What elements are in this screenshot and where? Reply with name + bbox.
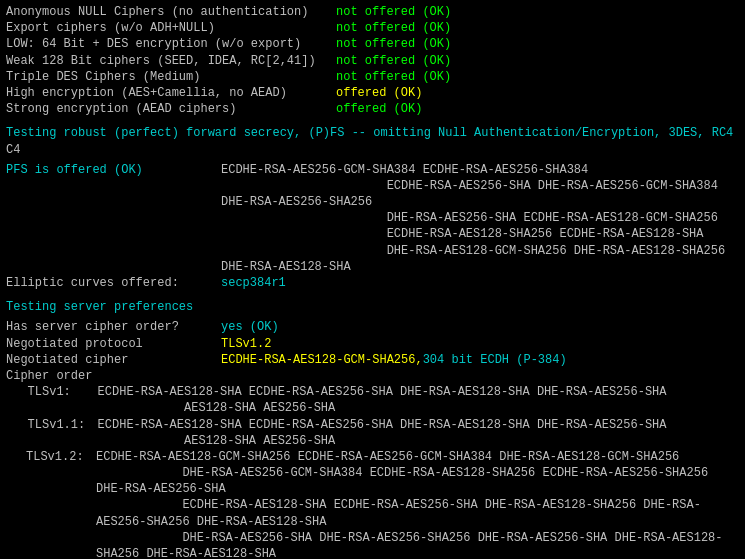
cipher-label-1: Anonymous NULL Ciphers (no authenticatio… [6, 4, 336, 20]
tls11-indent [6, 417, 28, 449]
tls1-line: TLSv1: ECDHE-RSA-AES128-SHA ECDHE-RSA-AE… [6, 384, 739, 416]
pfs-label: PFS is offered (OK) [6, 162, 221, 275]
pfs-offered-line: PFS is offered (OK) ECDHE-RSA-AES256-GCM… [6, 162, 739, 275]
cipher-line-1: Anonymous NULL Ciphers (no authenticatio… [6, 4, 739, 20]
protocol-label: Negotiated protocol [6, 336, 221, 352]
tls12-version: TLSv1.2: [26, 449, 96, 559]
cipher-label-4: Weak 128 Bit ciphers (SEED, IDEA, RC[2,4… [6, 53, 336, 69]
protocol-value: TLSv1.2 [221, 336, 271, 352]
elliptic-line: Elliptic curves offered: secp384r1 [6, 275, 739, 291]
elliptic-value: secp384r1 [221, 275, 286, 291]
cipher-order-label: Has server cipher order? [6, 319, 221, 335]
cipher-line-3: LOW: 64 Bit + DES encryption (w/o export… [6, 36, 739, 52]
server-prefs-header-line: Testing server preferences [6, 299, 739, 315]
pfs-section: Testing robust (perfect) forward secrecy… [6, 125, 739, 291]
cipher-status-1: not offered (OK) [336, 4, 451, 20]
cipher-status-2: not offered (OK) [336, 20, 451, 36]
pfs-header-line: Testing robust (perfect) forward secrecy… [6, 125, 739, 141]
pfs-header: Testing robust (perfect) forward secrecy… [6, 125, 733, 141]
server-prefs-header: Testing server preferences [6, 299, 193, 315]
tls12-line: TLSv1.2: ECDHE-RSA-AES128-GCM-SHA256 ECD… [6, 449, 739, 559]
negotiated-cipher-value: ECDHE-RSA-AES128-GCM-SHA256, [221, 352, 423, 368]
tls11-line: TLSv1.1: ECDHE-RSA-AES128-SHA ECDHE-RSA-… [6, 417, 739, 449]
server-prefs-section: Testing server preferences Has server ci… [6, 299, 739, 559]
negotiated-cipher-label: Negotiated cipher [6, 352, 221, 368]
cipher-label-7: Strong encryption (AEAD ciphers) [6, 101, 336, 117]
tls1-version: TLSv1: [28, 384, 98, 416]
pfs-c4: C4 [6, 142, 20, 158]
tls12-indent [6, 449, 26, 559]
tls12-ciphers: ECDHE-RSA-AES128-GCM-SHA256 ECDHE-RSA-AE… [96, 449, 739, 559]
tls11-version: TLSv1.1: [28, 417, 98, 449]
tls11-ciphers: ECDHE-RSA-AES128-SHA ECDHE-RSA-AES256-SH… [98, 417, 667, 449]
terminal-output: Anonymous NULL Ciphers (no authenticatio… [6, 4, 739, 559]
elliptic-label: Elliptic curves offered: [6, 275, 221, 291]
tls1-indent [6, 384, 28, 416]
protocol-line: Negotiated protocol TLSv1.2 [6, 336, 739, 352]
cipher-line-4: Weak 128 Bit ciphers (SEED, IDEA, RC[2,4… [6, 53, 739, 69]
cipher-label-6: High encryption (AES+Camellia, no AEAD) [6, 85, 336, 101]
cipher-label-3: LOW: 64 Bit + DES encryption (w/o export… [6, 36, 336, 52]
cipher-status-3: not offered (OK) [336, 36, 451, 52]
tls-versions: TLSv1: ECDHE-RSA-AES128-SHA ECDHE-RSA-AE… [6, 384, 739, 559]
negotiated-cipher-line: Negotiated cipher ECDHE-RSA-AES128-GCM-S… [6, 352, 739, 368]
cipher-order-header-label: Cipher order [6, 368, 92, 384]
cipher-order-value: yes (OK) [221, 319, 279, 335]
cipher-line-7: Strong encryption (AEAD ciphers) offered… [6, 101, 739, 117]
cipher-line-6: High encryption (AES+Camellia, no AEAD) … [6, 85, 739, 101]
pfs-c4-line: C4 [6, 142, 739, 158]
cipher-status-5: not offered (OK) [336, 69, 451, 85]
cipher-order-header-line: Cipher order [6, 368, 739, 384]
cipher-label-5: Triple DES Ciphers (Medium) [6, 69, 336, 85]
cipher-status-7: offered (OK) [336, 101, 422, 117]
cipher-line-2: Export ciphers (w/o ADH+NULL) not offere… [6, 20, 739, 36]
cipher-label-2: Export ciphers (w/o ADH+NULL) [6, 20, 336, 36]
pfs-ciphers: ECDHE-RSA-AES256-GCM-SHA384 ECDHE-RSA-AE… [221, 162, 739, 275]
cipher-status-4: not offered (OK) [336, 53, 451, 69]
cipher-status-6: offered (OK) [336, 85, 422, 101]
cipher-lines: Anonymous NULL Ciphers (no authenticatio… [6, 4, 739, 117]
negotiated-cipher-extra: 304 bit ECDH (P-384) [423, 352, 567, 368]
cipher-line-5: Triple DES Ciphers (Medium) not offered … [6, 69, 739, 85]
cipher-order-line: Has server cipher order? yes (OK) [6, 319, 739, 335]
tls1-ciphers: ECDHE-RSA-AES128-SHA ECDHE-RSA-AES256-SH… [98, 384, 667, 416]
